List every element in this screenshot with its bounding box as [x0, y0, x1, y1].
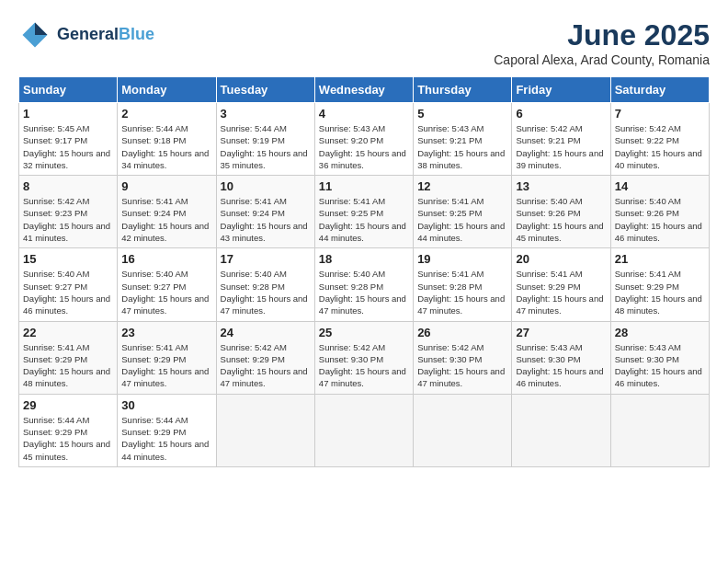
- day-number: 4: [319, 107, 409, 121]
- day-detail: Sunrise: 5:41 AMSunset: 9:28 PMDaylight:…: [417, 268, 507, 316]
- day-number: 9: [121, 179, 211, 193]
- day-detail: Sunrise: 5:41 AMSunset: 9:29 PMDaylight:…: [516, 268, 606, 316]
- logo-text: GeneralBlue: [57, 26, 154, 44]
- calendar-cell: 1Sunrise: 5:45 AMSunset: 9:17 PMDaylight…: [19, 103, 118, 176]
- day-detail: Sunrise: 5:41 AMSunset: 9:25 PMDaylight:…: [417, 195, 507, 244]
- day-number: 30: [121, 398, 211, 412]
- calendar-cell: 18Sunrise: 5:40 AMSunset: 9:28 PMDayligh…: [314, 248, 413, 321]
- day-detail: Sunrise: 5:40 AMSunset: 9:27 PMDaylight:…: [23, 268, 113, 316]
- calendar-cell: 26Sunrise: 5:42 AMSunset: 9:30 PMDayligh…: [414, 321, 512, 394]
- day-detail: Sunrise: 5:44 AMSunset: 9:19 PMDaylight:…: [221, 122, 311, 171]
- calendar-week-2: 8Sunrise: 5:42 AMSunset: 9:23 PMDaylight…: [19, 176, 710, 248]
- day-number: 19: [417, 252, 507, 266]
- day-detail: Sunrise: 5:41 AMSunset: 9:29 PMDaylight:…: [615, 268, 705, 316]
- calendar-header-row: SundayMondayTuesdayWednesdayThursdayFrid…: [19, 77, 710, 103]
- location-subtitle: Caporal Alexa, Arad County, Romania: [494, 52, 710, 67]
- day-detail: Sunrise: 5:41 AMSunset: 9:29 PMDaylight:…: [23, 341, 113, 390]
- day-number: 25: [319, 326, 409, 339]
- calendar-week-1: 1Sunrise: 5:45 AMSunset: 9:17 PMDaylight…: [19, 103, 710, 176]
- day-number: 16: [121, 252, 211, 266]
- calendar-header-saturday: Saturday: [610, 77, 709, 103]
- calendar-cell: 15Sunrise: 5:40 AMSunset: 9:27 PMDayligh…: [19, 248, 118, 321]
- day-detail: Sunrise: 5:42 AMSunset: 9:30 PMDaylight:…: [319, 341, 409, 390]
- calendar-cell: 6Sunrise: 5:42 AMSunset: 9:21 PMDaylight…: [512, 103, 610, 176]
- day-number: 24: [221, 326, 311, 339]
- calendar-cell: 3Sunrise: 5:44 AMSunset: 9:19 PMDaylight…: [216, 103, 314, 176]
- calendar-week-5: 29Sunrise: 5:44 AMSunset: 9:29 PMDayligh…: [19, 394, 710, 466]
- calendar-cell: 27Sunrise: 5:43 AMSunset: 9:30 PMDayligh…: [512, 321, 610, 394]
- day-number: 22: [23, 326, 113, 339]
- calendar-cell: 9Sunrise: 5:41 AMSunset: 9:24 PMDaylight…: [118, 176, 216, 248]
- day-detail: Sunrise: 5:43 AMSunset: 9:21 PMDaylight:…: [417, 122, 507, 171]
- day-detail: Sunrise: 5:43 AMSunset: 9:30 PMDaylight:…: [615, 341, 705, 390]
- day-detail: Sunrise: 5:40 AMSunset: 9:28 PMDaylight:…: [221, 268, 311, 316]
- day-detail: Sunrise: 5:43 AMSunset: 9:30 PMDaylight:…: [516, 341, 606, 390]
- month-title: June 2025: [494, 18, 710, 52]
- day-number: 5: [417, 107, 507, 121]
- calendar-week-3: 15Sunrise: 5:40 AMSunset: 9:27 PMDayligh…: [19, 248, 710, 321]
- calendar-cell: 23Sunrise: 5:41 AMSunset: 9:29 PMDayligh…: [118, 321, 216, 394]
- day-detail: Sunrise: 5:42 AMSunset: 9:21 PMDaylight:…: [516, 122, 606, 171]
- calendar-cell: 10Sunrise: 5:41 AMSunset: 9:24 PMDayligh…: [216, 176, 314, 248]
- day-number: 2: [121, 107, 211, 121]
- day-detail: Sunrise: 5:44 AMSunset: 9:29 PMDaylight:…: [121, 414, 211, 463]
- calendar-cell: [512, 394, 610, 466]
- day-detail: Sunrise: 5:40 AMSunset: 9:27 PMDaylight:…: [121, 268, 211, 316]
- calendar-header-friday: Friday: [512, 77, 610, 103]
- day-number: 12: [417, 179, 507, 193]
- day-detail: Sunrise: 5:40 AMSunset: 9:26 PMDaylight:…: [615, 195, 705, 244]
- calendar-header-tuesday: Tuesday: [216, 77, 314, 103]
- day-number: 11: [319, 179, 409, 193]
- day-detail: Sunrise: 5:41 AMSunset: 9:29 PMDaylight:…: [121, 341, 211, 390]
- calendar-cell: 24Sunrise: 5:42 AMSunset: 9:29 PMDayligh…: [216, 321, 314, 394]
- day-number: 8: [23, 179, 113, 193]
- day-number: 6: [516, 107, 606, 121]
- day-number: 26: [417, 326, 507, 339]
- calendar-cell: 21Sunrise: 5:41 AMSunset: 9:29 PMDayligh…: [610, 248, 709, 321]
- calendar-cell: 13Sunrise: 5:40 AMSunset: 9:26 PMDayligh…: [512, 176, 610, 248]
- calendar-cell: 5Sunrise: 5:43 AMSunset: 9:21 PMDaylight…: [414, 103, 512, 176]
- calendar-header-wednesday: Wednesday: [314, 77, 413, 103]
- svg-marker-1: [35, 23, 48, 36]
- calendar-table: SundayMondayTuesdayWednesdayThursdayFrid…: [18, 76, 710, 467]
- calendar-cell: 11Sunrise: 5:41 AMSunset: 9:25 PMDayligh…: [314, 176, 413, 248]
- header: GeneralBlue June 2025 Caporal Alexa, Ara…: [18, 18, 710, 67]
- calendar-header-thursday: Thursday: [414, 77, 512, 103]
- calendar-cell: 8Sunrise: 5:42 AMSunset: 9:23 PMDaylight…: [19, 176, 118, 248]
- day-number: 18: [319, 252, 409, 266]
- day-number: 13: [516, 179, 606, 193]
- calendar-cell: 14Sunrise: 5:40 AMSunset: 9:26 PMDayligh…: [610, 176, 709, 248]
- day-detail: Sunrise: 5:45 AMSunset: 9:17 PMDaylight:…: [23, 122, 113, 171]
- calendar-cell: 22Sunrise: 5:41 AMSunset: 9:29 PMDayligh…: [19, 321, 118, 394]
- calendar-cell: 12Sunrise: 5:41 AMSunset: 9:25 PMDayligh…: [414, 176, 512, 248]
- calendar-cell: 29Sunrise: 5:44 AMSunset: 9:29 PMDayligh…: [19, 394, 118, 466]
- day-number: 21: [615, 252, 705, 266]
- calendar-cell: [610, 394, 709, 466]
- day-number: 15: [23, 252, 113, 266]
- day-detail: Sunrise: 5:40 AMSunset: 9:28 PMDaylight:…: [319, 268, 409, 316]
- day-detail: Sunrise: 5:41 AMSunset: 9:25 PMDaylight:…: [319, 195, 409, 244]
- day-number: 10: [221, 179, 311, 193]
- logo-icon: [18, 18, 51, 52]
- day-detail: Sunrise: 5:43 AMSunset: 9:20 PMDaylight:…: [319, 122, 409, 171]
- day-number: 27: [516, 326, 606, 339]
- day-number: 14: [615, 179, 705, 193]
- calendar-cell: 7Sunrise: 5:42 AMSunset: 9:22 PMDaylight…: [610, 103, 709, 176]
- calendar-cell: [216, 394, 314, 466]
- day-number: 7: [615, 107, 705, 121]
- calendar-cell: 30Sunrise: 5:44 AMSunset: 9:29 PMDayligh…: [118, 394, 216, 466]
- day-detail: Sunrise: 5:44 AMSunset: 9:18 PMDaylight:…: [121, 122, 211, 171]
- day-detail: Sunrise: 5:42 AMSunset: 9:30 PMDaylight:…: [417, 341, 507, 390]
- calendar-header-sunday: Sunday: [19, 77, 118, 103]
- day-number: 20: [516, 252, 606, 266]
- day-detail: Sunrise: 5:42 AMSunset: 9:23 PMDaylight:…: [23, 195, 113, 244]
- day-detail: Sunrise: 5:40 AMSunset: 9:26 PMDaylight:…: [516, 195, 606, 244]
- day-number: 23: [121, 326, 211, 339]
- calendar-cell: 17Sunrise: 5:40 AMSunset: 9:28 PMDayligh…: [216, 248, 314, 321]
- calendar-header-monday: Monday: [118, 77, 216, 103]
- calendar-week-4: 22Sunrise: 5:41 AMSunset: 9:29 PMDayligh…: [19, 321, 710, 394]
- calendar-cell: 20Sunrise: 5:41 AMSunset: 9:29 PMDayligh…: [512, 248, 610, 321]
- title-section: June 2025 Caporal Alexa, Arad County, Ro…: [494, 18, 710, 67]
- logo: GeneralBlue: [18, 18, 154, 52]
- calendar-cell: 19Sunrise: 5:41 AMSunset: 9:28 PMDayligh…: [414, 248, 512, 321]
